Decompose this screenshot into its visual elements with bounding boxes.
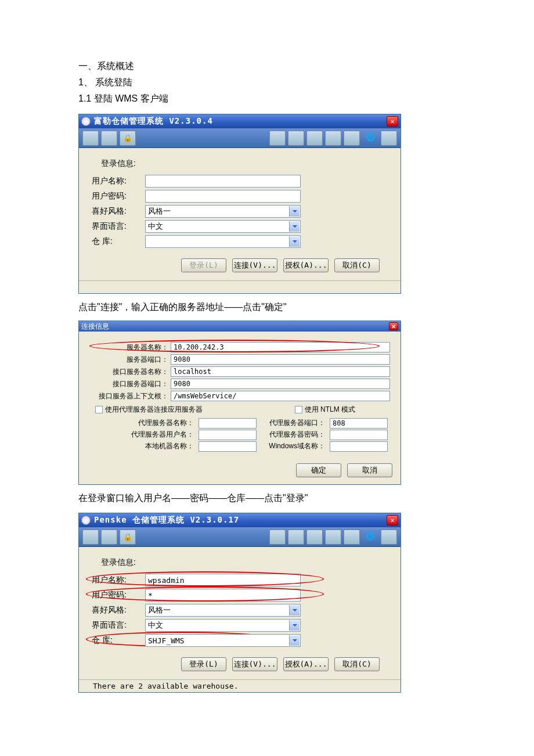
- annotation-circle: [86, 586, 324, 602]
- server-port-label: 服务器端口：: [89, 355, 171, 365]
- cancel-button[interactable]: 取消: [347, 463, 392, 477]
- title-bar: 富勒仓储管理系统 V2.3.0.4 ✕: [79, 114, 400, 128]
- heading-2: 1、 系统登陆: [78, 74, 456, 91]
- warehouse-combo[interactable]: [145, 235, 301, 248]
- connect-button[interactable]: 连接(V)...: [232, 258, 277, 272]
- chevron-down-icon: [289, 206, 300, 217]
- instruction-2: 在登录窗口输入用户名——密码——仓库——点击"登录": [78, 491, 456, 506]
- proxy-port-input[interactable]: [330, 418, 388, 429]
- interface-server-port-label: 接口服务器端口：: [89, 379, 171, 389]
- windows-domain-input[interactable]: [330, 441, 388, 452]
- ok-button[interactable]: 确定: [296, 463, 341, 477]
- instruction-1: 点击"连接"，输入正确的服务器地址——点击"确定": [78, 300, 456, 315]
- login-form: 登录信息: 用户名称: 用户密码: 喜好风格: 风格一 界面语言: 中文 仓 库…: [79, 148, 400, 280]
- login-button[interactable]: 登录(L): [181, 258, 226, 272]
- cancel-button[interactable]: 取消(C): [334, 258, 380, 272]
- toolbar-icon-7[interactable]: [344, 131, 360, 146]
- language-value: 中文: [148, 221, 163, 232]
- language-label: 界面语言:: [92, 620, 145, 631]
- language-combo[interactable]: 中文: [145, 619, 301, 632]
- close-icon[interactable]: ✕: [387, 515, 398, 525]
- globe-icon[interactable]: [362, 131, 378, 146]
- conn-title-bar: 连接信息 ✕: [79, 321, 400, 332]
- toolbar-icon-5[interactable]: [306, 131, 323, 146]
- toolbar-icon-8[interactable]: [381, 131, 397, 146]
- toolbar: [79, 128, 400, 148]
- globe-icon[interactable]: [362, 530, 378, 545]
- toolbar-icon-5[interactable]: [306, 530, 323, 545]
- style-value: 风格一: [148, 206, 171, 217]
- annotation-circle: [89, 340, 380, 352]
- proxy-server-input[interactable]: [199, 418, 257, 429]
- chevron-down-icon: [289, 236, 300, 247]
- proxy-server-label: 代理服务器名称：: [113, 418, 194, 429]
- style-combo[interactable]: 风格一: [145, 205, 301, 218]
- server-port-input[interactable]: [171, 354, 390, 365]
- use-proxy-label: 使用代理服务器连接应用服务器: [105, 405, 203, 415]
- status-bar: [79, 280, 400, 293]
- chevron-down-icon: [289, 605, 300, 615]
- window-title: Penske 仓储管理系统 V2.3.0.17: [94, 515, 387, 525]
- status-bar: There are 2 available warehouse.: [79, 679, 400, 692]
- heading-3: 1.1 登陆 WMS 客户端: [78, 91, 456, 107]
- warehouse-combo[interactable]: SHJF_WMS: [145, 634, 301, 647]
- local-machine-input[interactable]: [199, 441, 257, 452]
- toolbar-icon-7[interactable]: [344, 530, 360, 545]
- toolbar-icon-4[interactable]: [288, 530, 304, 545]
- title-bar: Penske 仓储管理系统 V2.3.0.17 ✕: [79, 513, 400, 527]
- toolbar-icon-2[interactable]: [101, 131, 117, 146]
- context-root-input[interactable]: [171, 391, 390, 401]
- windows-domain-label: Windows域名称：: [261, 441, 325, 452]
- proxy-password-label: 代理服务器密码：: [261, 430, 325, 440]
- toolbar: [79, 527, 400, 547]
- login-button[interactable]: 登录(L): [181, 657, 226, 671]
- use-ntlm-checkbox[interactable]: [295, 406, 302, 413]
- login-window-1: 富勒仓储管理系统 V2.3.0.4 ✕ 登录信息: 用户名称: 用户密码: 喜好…: [78, 114, 401, 294]
- section-label: 登录信息:: [101, 557, 388, 568]
- authorize-button[interactable]: 授权(A)...: [283, 657, 329, 671]
- chevron-down-icon: [289, 221, 300, 232]
- cancel-button[interactable]: 取消(C): [334, 657, 380, 671]
- style-value: 风格一: [148, 605, 171, 615]
- authorize-button[interactable]: 授权(A)...: [283, 258, 329, 272]
- toolbar-icon-1[interactable]: [82, 131, 99, 146]
- password-input[interactable]: [145, 190, 301, 203]
- proxy-port-label: 代理服务器端口：: [261, 418, 325, 429]
- heading-1: 一、系统概述: [78, 58, 456, 74]
- interface-server-port-input[interactable]: [171, 379, 390, 389]
- chevron-down-icon: [289, 620, 300, 631]
- proxy-password-input[interactable]: [330, 430, 388, 440]
- toolbar-icon-2[interactable]: [101, 530, 117, 545]
- close-icon[interactable]: ✕: [389, 322, 398, 330]
- language-combo[interactable]: 中文: [145, 220, 301, 233]
- toolbar-icon-8[interactable]: [381, 530, 397, 545]
- close-icon[interactable]: ✕: [387, 116, 398, 127]
- username-input[interactable]: [145, 175, 301, 188]
- proxy-user-input[interactable]: [199, 430, 257, 440]
- toolbar-icon-6[interactable]: [325, 131, 341, 146]
- interface-server-name-label: 接口服务器名称：: [89, 367, 171, 377]
- login-window-2: Penske 仓储管理系统 V2.3.0.17 ✕ 登录信息: 用户名称: 用户…: [78, 513, 401, 693]
- window-title: 富勒仓储管理系统 V2.3.0.4: [94, 116, 387, 127]
- login-form: 登录信息: 用户名称: 用户密码: 喜好风格: 风格一 界面语言: 中文: [79, 547, 400, 679]
- use-proxy-checkbox[interactable]: [95, 406, 103, 413]
- annotation-circle: [86, 571, 324, 586]
- lock-icon[interactable]: [120, 131, 136, 146]
- toolbar-icon-1[interactable]: [82, 530, 99, 545]
- lock-icon[interactable]: [120, 530, 136, 545]
- local-machine-label: 本地机器名称：: [113, 441, 194, 452]
- warehouse-value: SHJF_WMS: [148, 636, 185, 645]
- language-label: 界面语言:: [92, 221, 145, 232]
- app-icon: [81, 516, 91, 525]
- style-combo[interactable]: 风格一: [145, 604, 301, 617]
- toolbar-icon-4[interactable]: [288, 131, 304, 146]
- connect-button[interactable]: 连接(V)...: [232, 657, 277, 671]
- toolbar-icon-3[interactable]: [269, 530, 286, 545]
- toolbar-icon-3[interactable]: [269, 131, 286, 146]
- username-label: 用户名称:: [92, 176, 145, 186]
- toolbar-icon-6[interactable]: [325, 530, 341, 545]
- interface-server-name-input[interactable]: [171, 366, 390, 377]
- conn-title: 连接信息: [81, 322, 389, 332]
- password-label: 用户密码:: [92, 191, 145, 201]
- context-root-label: 接口服务器上下文根：: [89, 391, 171, 401]
